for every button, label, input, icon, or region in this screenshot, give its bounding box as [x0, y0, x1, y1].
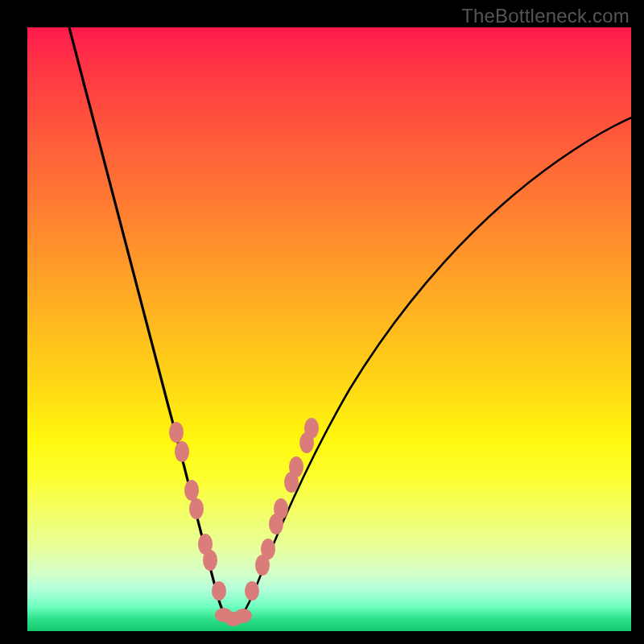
bead	[234, 609, 252, 623]
bead	[261, 539, 275, 559]
bead	[245, 581, 259, 601]
curve-right-branch	[232, 114, 639, 621]
bead	[189, 498, 204, 519]
bead	[175, 441, 189, 462]
bead	[289, 456, 303, 477]
watermark-text: TheBottleneck.com	[461, 5, 630, 27]
bead	[212, 581, 226, 601]
bead	[274, 498, 288, 519]
outer-frame: TheBottleneck.com	[0, 0, 644, 644]
bead	[184, 480, 199, 501]
plot-area	[27, 27, 631, 631]
bead	[203, 550, 217, 571]
bead	[169, 422, 184, 443]
bead-group	[169, 418, 319, 626]
curve-left-branch	[69, 27, 232, 621]
bead	[304, 418, 319, 439]
curve-layer	[27, 27, 631, 631]
